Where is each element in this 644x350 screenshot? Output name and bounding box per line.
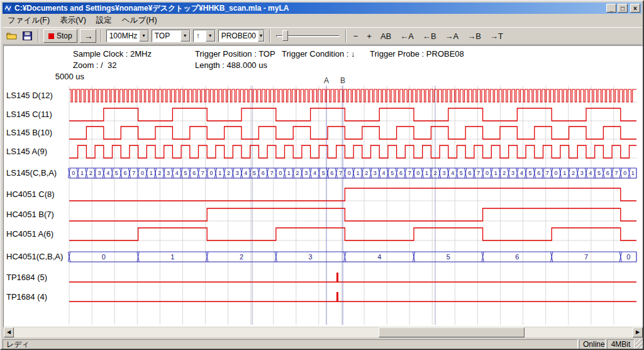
zoom-info: Zoom : / 32 bbox=[73, 60, 116, 70]
stop-label: Stop bbox=[57, 31, 72, 40]
stop-button[interactable]: Stop bbox=[43, 29, 77, 43]
trigger-probe-select[interactable]: PROBE00 ▼ bbox=[218, 30, 265, 42]
scroll-left-icon[interactable]: ◀ bbox=[4, 327, 14, 337]
toolbar: Stop → 100MHz ▼ TOP ▼ ↑ ▼ PROBE00 ▼ −+AB… bbox=[3, 27, 641, 45]
menu-item-2[interactable]: 設定 bbox=[91, 14, 117, 27]
channel-label[interactable]: HC4051 B(7) bbox=[6, 210, 54, 219]
chevron-down-icon[interactable]: ▼ bbox=[258, 30, 264, 42]
maximize-button[interactable]: □ bbox=[618, 4, 628, 13]
stop-icon bbox=[48, 33, 54, 39]
app-icon bbox=[4, 4, 13, 13]
status-ready: レディ bbox=[3, 339, 578, 350]
chevron-down-icon[interactable]: ▼ bbox=[139, 30, 148, 42]
nav-button-group: −+AB←A←B→A→B→T bbox=[351, 30, 506, 42]
toolbar-separator bbox=[269, 30, 270, 42]
menu-item-3[interactable]: ヘルプ(H) bbox=[117, 14, 162, 27]
waveform-client-area bbox=[3, 45, 643, 327]
channel-label[interactable]: LS145 C(11) bbox=[6, 110, 52, 119]
trigger-position-info: Trigger Position : TOP bbox=[195, 49, 275, 59]
sample-clock-value: 100MHz bbox=[107, 30, 140, 42]
zoom-in-button[interactable]: + bbox=[364, 30, 374, 42]
jump-trigger-button[interactable]: →T bbox=[487, 30, 506, 42]
menubar: ファイル(F)表示(V)設定ヘルプ(H) bbox=[3, 14, 641, 26]
channel-label[interactable]: LS145 A(9) bbox=[6, 147, 47, 156]
channel-label[interactable]: HC4051 A(6) bbox=[6, 229, 53, 239]
trigger-edge-select[interactable]: ↑ ▼ bbox=[193, 30, 216, 42]
timebase-label: 5000 us bbox=[26, 72, 84, 81]
trigger-edge-value: ↑ bbox=[194, 30, 206, 42]
chevron-down-icon[interactable]: ▼ bbox=[180, 30, 190, 42]
scrollbar-thumb[interactable] bbox=[379, 327, 525, 337]
channel-label[interactable]: HC4051(C,B,A) bbox=[6, 252, 63, 261]
scroll-right-icon[interactable]: ▶ bbox=[633, 327, 643, 337]
jump-left-b-button[interactable]: ←B bbox=[420, 30, 439, 42]
chevron-down-icon[interactable]: ▼ bbox=[206, 30, 215, 42]
toolbar-separator bbox=[38, 30, 39, 42]
resize-grip[interactable] bbox=[636, 339, 644, 350]
toolbar-separator bbox=[101, 30, 102, 42]
channel-label[interactable]: HC4051 C(8) bbox=[6, 189, 55, 199]
trigger-position-select[interactable]: TOP ▼ bbox=[152, 30, 191, 42]
channel-label[interactable]: LS145(C,B,A) bbox=[6, 168, 57, 178]
titlebar[interactable]: C:¥Documents and Settings¥noname¥デスクトップ¥… bbox=[3, 3, 641, 14]
ab-button[interactable]: AB bbox=[378, 30, 394, 42]
zoom-out-button[interactable]: − bbox=[351, 30, 361, 42]
channel-label[interactable]: LS145 D(12) bbox=[6, 91, 53, 100]
jump-right-a-button[interactable]: →A bbox=[443, 30, 462, 42]
close-button[interactable]: × bbox=[630, 4, 640, 13]
menu-item-0[interactable]: ファイル(F) bbox=[3, 14, 55, 27]
trigger-condition-info: Trigger Condition : ↓ bbox=[282, 49, 355, 59]
jump-left-a-button[interactable]: ←A bbox=[397, 30, 416, 42]
trigger-probe-value: PROBE00 bbox=[219, 30, 258, 42]
window-title: C:¥Documents and Settings¥noname¥デスクトップ¥… bbox=[13, 3, 605, 14]
trigger-position-value: TOP bbox=[152, 30, 180, 42]
status-online: Online bbox=[579, 339, 606, 350]
channel-label[interactable]: LS145 B(10) bbox=[6, 128, 52, 137]
open-file-icon[interactable] bbox=[6, 30, 18, 42]
run-button[interactable]: → bbox=[80, 29, 96, 43]
statusbar: レディ Online 4MBit bbox=[3, 339, 644, 350]
app-window: C:¥Documents and Settings¥noname¥デスクトップ¥… bbox=[0, 0, 644, 350]
toolbar-separator bbox=[345, 30, 347, 42]
horizontal-scrollbar[interactable]: ◀ ▶ bbox=[4, 327, 643, 337]
status-memory: 4MBit bbox=[607, 339, 635, 350]
save-icon[interactable] bbox=[21, 30, 33, 42]
sample-clock-select[interactable]: 100MHz ▼ bbox=[106, 30, 149, 42]
channel-label[interactable]: TP1684 (5) bbox=[6, 273, 47, 282]
channel-label[interactable]: TP1684 (4) bbox=[6, 292, 47, 302]
menu-item-1[interactable]: 表示(V) bbox=[55, 14, 91, 27]
jump-right-b-button[interactable]: →B bbox=[465, 30, 484, 42]
sample-clock-info: Sample Clock : 2MHz bbox=[73, 49, 152, 59]
length-info: Length : 488.000 us bbox=[195, 60, 267, 70]
zoom-slider[interactable] bbox=[275, 29, 341, 43]
minimize-button[interactable]: _ bbox=[606, 4, 616, 13]
trigger-probe-info: Trigger Probe : PROBE08 bbox=[370, 49, 464, 59]
slider-handle[interactable] bbox=[282, 30, 288, 41]
